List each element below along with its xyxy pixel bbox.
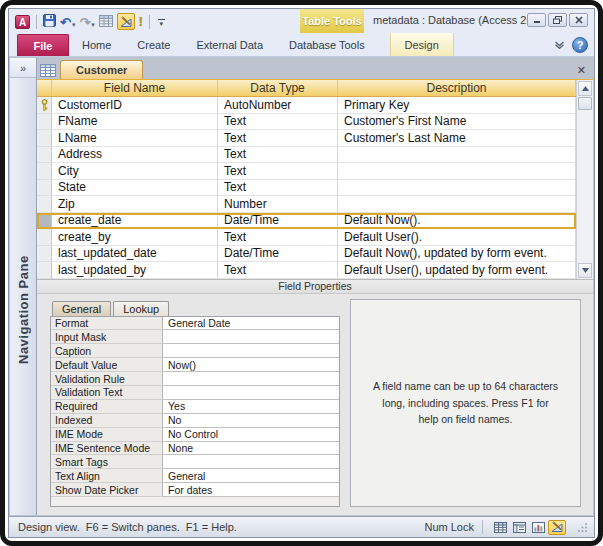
field-name-cell[interactable]: create_by [52, 229, 218, 246]
field-row-last-updated-by[interactable]: last_updated_byTextDefault User(), updat… [37, 262, 576, 279]
ribbon-tab-home[interactable]: Home [69, 33, 124, 56]
field-row-create-by[interactable]: create_byTextDefault User(). [37, 229, 576, 246]
property-value-input[interactable]: None [163, 442, 339, 456]
data-type-cell[interactable]: Date/Time [218, 213, 338, 230]
data-type-cell[interactable]: Text [218, 114, 338, 131]
grid-vertical-scrollbar[interactable] [576, 80, 593, 279]
field-row-address[interactable]: AddressText [37, 147, 576, 164]
customize-qat-icon[interactable]: ▾ [156, 17, 167, 28]
description-cell[interactable] [338, 196, 576, 213]
row-selector[interactable] [37, 180, 52, 197]
save-icon[interactable] [43, 14, 56, 30]
scroll-down-button[interactable] [578, 263, 592, 278]
row-selector[interactable] [37, 130, 52, 147]
description-cell[interactable] [338, 180, 576, 197]
datasheet-icon[interactable] [99, 15, 113, 30]
scrollbar-thumb[interactable] [578, 97, 592, 110]
field-name-cell[interactable]: Address [52, 147, 218, 164]
property-tab-lookup[interactable]: Lookup [113, 301, 169, 316]
row-selector[interactable] [37, 163, 52, 180]
row-selector[interactable] [37, 246, 52, 263]
field-name-cell[interactable]: City [52, 163, 218, 180]
design-view-icon[interactable] [548, 520, 566, 535]
row-selector[interactable] [37, 114, 52, 131]
field-name-cell[interactable]: LName [52, 130, 218, 147]
property-value-input[interactable]: For dates [163, 483, 339, 497]
field-name-cell[interactable]: last_updated_date [52, 246, 218, 263]
field-row-lname[interactable]: LNameTextCustomer's Last Name [37, 130, 576, 147]
ribbon-tab-create[interactable]: Create [124, 33, 183, 56]
field-row-state[interactable]: StateText [37, 180, 576, 197]
navigation-pane-expand-button[interactable]: » [10, 58, 36, 78]
field-row-create-date[interactable]: create_dateDate/TimeDefault Now(). [37, 213, 576, 230]
property-value-input[interactable]: Yes [163, 400, 339, 414]
description-cell[interactable]: Default Now(). [338, 213, 576, 230]
property-tab-general[interactable]: General [52, 301, 111, 316]
description-cell[interactable]: Default User(), updated by form event. [338, 262, 576, 279]
row-selector[interactable] [37, 262, 52, 279]
data-type-cell[interactable]: AutoNumber [218, 97, 338, 114]
minimize-button[interactable] [527, 13, 546, 27]
ribbon-tab-external-data[interactable]: External Data [183, 33, 276, 56]
property-value-input[interactable] [163, 372, 339, 386]
resize-grip[interactable] [578, 522, 588, 532]
data-type-cell[interactable]: Text [218, 229, 338, 246]
property-value-input[interactable]: No Control [163, 428, 339, 442]
field-name-cell[interactable]: last_updated_by [52, 262, 218, 279]
data-type-cell[interactable]: Number [218, 196, 338, 213]
document-close-icon[interactable]: ✕ [577, 65, 586, 76]
restore-button[interactable] [548, 13, 567, 27]
run-exclamation-icon[interactable]: ! [139, 15, 143, 29]
field-name-cell[interactable]: Zip [52, 196, 218, 213]
pivotchart-view-icon[interactable] [529, 520, 547, 535]
field-name-cell[interactable]: CustomerID [52, 97, 218, 114]
description-cell[interactable]: Customer's Last Name [338, 130, 576, 147]
data-type-cell[interactable]: Text [218, 163, 338, 180]
field-row-zip[interactable]: ZipNumber [37, 196, 576, 213]
field-row-city[interactable]: CityText [37, 163, 576, 180]
design-view-icon[interactable] [117, 13, 135, 31]
field-row-fname[interactable]: FNameTextCustomer's First Name [37, 114, 576, 131]
field-name-cell[interactable]: FName [52, 114, 218, 131]
field-name-cell[interactable]: State [52, 180, 218, 197]
column-header-field-name[interactable]: Field Name [52, 80, 218, 96]
row-selector[interactable] [37, 213, 52, 230]
navigation-pane-label[interactable]: Navigation Pane [16, 78, 31, 515]
undo-icon[interactable]: ↶▾ [60, 15, 75, 30]
property-value-input[interactable]: General Date [163, 317, 339, 331]
description-cell[interactable] [338, 163, 576, 180]
description-cell[interactable]: Primary Key [338, 97, 576, 114]
description-cell[interactable] [338, 147, 576, 164]
property-value-input[interactable] [163, 330, 339, 344]
close-button[interactable] [569, 13, 588, 27]
property-value-input[interactable] [163, 455, 339, 469]
expand-ribbon-icon[interactable] [554, 41, 565, 49]
help-button[interactable]: ? [572, 37, 588, 53]
ribbon-tab-file[interactable]: File [17, 34, 69, 56]
data-type-cell[interactable]: Date/Time [218, 246, 338, 263]
field-row-last-updated-date[interactable]: last_updated_dateDate/TimeDefault Now(),… [37, 246, 576, 263]
description-cell[interactable]: Customer's First Name [338, 114, 576, 131]
pivottable-view-icon[interactable] [510, 520, 528, 535]
data-type-cell[interactable]: Text [218, 147, 338, 164]
row-selector[interactable] [37, 97, 52, 114]
row-selector[interactable] [37, 147, 52, 164]
column-header-description[interactable]: Description [338, 80, 576, 96]
datasheet-view-icon[interactable] [491, 520, 509, 535]
access-logo-icon[interactable]: A [15, 15, 30, 29]
field-row-customerid[interactable]: CustomerIDAutoNumberPrimary Key [37, 97, 576, 114]
property-value-input[interactable] [163, 344, 339, 358]
property-value-input[interactable]: No [163, 414, 339, 428]
row-selector[interactable] [37, 229, 52, 246]
property-value-input[interactable]: General [163, 469, 339, 483]
column-header-data-type[interactable]: Data Type [218, 80, 338, 96]
scroll-up-button[interactable] [578, 81, 592, 96]
description-cell[interactable]: Default User(). [338, 229, 576, 246]
row-selector[interactable] [37, 196, 52, 213]
redo-icon[interactable]: ↷▾ [79, 15, 94, 30]
description-cell[interactable]: Default Now(), updated by form event. [338, 246, 576, 263]
property-value-input[interactable] [163, 386, 339, 400]
property-value-input[interactable]: Now() [163, 358, 339, 372]
ribbon-tab-database-tools[interactable]: Database Tools [276, 33, 378, 56]
field-name-cell[interactable]: create_date [52, 213, 218, 230]
